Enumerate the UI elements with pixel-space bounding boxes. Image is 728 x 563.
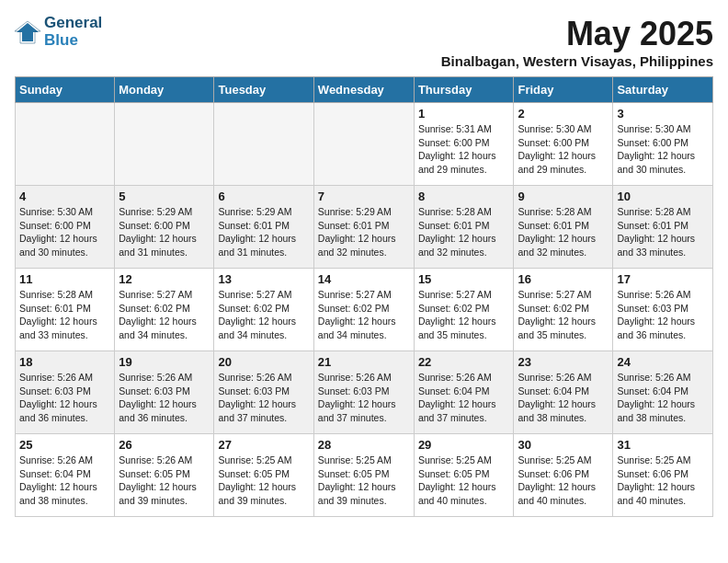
day-number: 25: [19, 438, 110, 452]
col-header-monday: Monday: [115, 77, 214, 103]
logo: General Blue: [15, 15, 102, 49]
day-cell: 27Sunrise: 5:25 AM Sunset: 6:05 PM Dayli…: [214, 434, 313, 517]
day-number: 20: [218, 355, 309, 369]
day-number: 1: [418, 107, 510, 121]
day-info: Sunrise: 5:26 AM Sunset: 6:03 PM Dayligh…: [617, 288, 709, 342]
day-info: Sunrise: 5:26 AM Sunset: 6:04 PM Dayligh…: [617, 371, 709, 425]
day-number: 24: [617, 355, 709, 369]
calendar-table: SundayMondayTuesdayWednesdayThursdayFrid…: [15, 76, 713, 517]
logo-icon: [15, 19, 40, 45]
day-number: 2: [518, 107, 609, 121]
day-info: Sunrise: 5:30 AM Sunset: 6:00 PM Dayligh…: [19, 205, 110, 259]
day-number: 12: [119, 272, 210, 286]
svg-marker-0: [17, 23, 39, 41]
week-row-3: 11Sunrise: 5:28 AM Sunset: 6:01 PM Dayli…: [16, 269, 713, 351]
day-info: Sunrise: 5:28 AM Sunset: 6:01 PM Dayligh…: [418, 205, 510, 259]
day-number: 31: [617, 438, 709, 452]
day-info: Sunrise: 5:29 AM Sunset: 6:01 PM Dayligh…: [318, 205, 410, 259]
col-header-tuesday: Tuesday: [214, 77, 313, 103]
col-header-sunday: Sunday: [16, 77, 115, 103]
day-cell: 24Sunrise: 5:26 AM Sunset: 6:04 PM Dayli…: [613, 351, 713, 434]
day-number: 14: [318, 272, 410, 286]
day-info: Sunrise: 5:26 AM Sunset: 6:04 PM Dayligh…: [19, 454, 110, 508]
day-info: Sunrise: 5:26 AM Sunset: 6:03 PM Dayligh…: [318, 371, 410, 425]
day-cell: 3Sunrise: 5:30 AM Sunset: 6:00 PM Daylig…: [613, 103, 713, 186]
day-info: Sunrise: 5:28 AM Sunset: 6:01 PM Dayligh…: [19, 288, 110, 342]
day-info: Sunrise: 5:25 AM Sunset: 6:05 PM Dayligh…: [418, 454, 510, 508]
day-cell: 20Sunrise: 5:26 AM Sunset: 6:03 PM Dayli…: [214, 351, 313, 434]
week-row-4: 18Sunrise: 5:26 AM Sunset: 6:03 PM Dayli…: [16, 351, 713, 434]
day-cell: 29Sunrise: 5:25 AM Sunset: 6:05 PM Dayli…: [414, 434, 514, 517]
day-info: Sunrise: 5:25 AM Sunset: 6:06 PM Dayligh…: [617, 454, 709, 508]
day-info: Sunrise: 5:28 AM Sunset: 6:01 PM Dayligh…: [617, 205, 709, 259]
day-info: Sunrise: 5:28 AM Sunset: 6:01 PM Dayligh…: [518, 205, 609, 259]
day-number: 3: [617, 107, 709, 121]
day-info: Sunrise: 5:27 AM Sunset: 6:02 PM Dayligh…: [218, 288, 309, 342]
day-info: Sunrise: 5:26 AM Sunset: 6:03 PM Dayligh…: [119, 371, 210, 425]
day-info: Sunrise: 5:30 AM Sunset: 6:00 PM Dayligh…: [617, 122, 709, 177]
day-cell: 26Sunrise: 5:26 AM Sunset: 6:05 PM Dayli…: [115, 434, 214, 517]
day-cell: 31Sunrise: 5:25 AM Sunset: 6:06 PM Dayli…: [613, 434, 713, 517]
month-year: May 2025: [441, 15, 713, 53]
day-cell: 13Sunrise: 5:27 AM Sunset: 6:02 PM Dayli…: [214, 269, 313, 351]
day-cell: 22Sunrise: 5:26 AM Sunset: 6:04 PM Dayli…: [414, 351, 514, 434]
day-info: Sunrise: 5:26 AM Sunset: 6:03 PM Dayligh…: [19, 371, 110, 425]
col-header-friday: Friday: [514, 77, 613, 103]
day-cell: 18Sunrise: 5:26 AM Sunset: 6:03 PM Dayli…: [16, 351, 115, 434]
day-number: 17: [617, 272, 709, 286]
day-cell: 11Sunrise: 5:28 AM Sunset: 6:01 PM Dayli…: [16, 269, 115, 351]
week-row-1: 1Sunrise: 5:31 AM Sunset: 6:00 PM Daylig…: [16, 103, 713, 186]
day-number: 18: [19, 355, 110, 369]
day-cell: 6Sunrise: 5:29 AM Sunset: 6:01 PM Daylig…: [214, 186, 313, 269]
day-info: Sunrise: 5:26 AM Sunset: 6:03 PM Dayligh…: [218, 371, 309, 425]
day-number: 26: [119, 438, 210, 452]
day-info: Sunrise: 5:26 AM Sunset: 6:04 PM Dayligh…: [518, 371, 609, 425]
day-info: Sunrise: 5:27 AM Sunset: 6:02 PM Dayligh…: [119, 288, 210, 342]
col-header-thursday: Thursday: [414, 77, 514, 103]
day-number: 7: [318, 190, 410, 203]
page-header: General Blue May 2025 Binalbagan, Wester…: [15, 15, 713, 69]
day-info: Sunrise: 5:27 AM Sunset: 6:02 PM Dayligh…: [318, 288, 410, 342]
calendar-header-row: SundayMondayTuesdayWednesdayThursdayFrid…: [16, 77, 713, 103]
day-cell: [115, 103, 214, 186]
day-number: 27: [218, 438, 309, 452]
day-number: 19: [119, 355, 210, 369]
day-number: 21: [318, 355, 410, 369]
day-cell: 17Sunrise: 5:26 AM Sunset: 6:03 PM Dayli…: [613, 269, 713, 351]
logo-text: General Blue: [44, 15, 102, 49]
title-block: May 2025 Binalbagan, Western Visayas, Ph…: [441, 15, 713, 69]
day-cell: 16Sunrise: 5:27 AM Sunset: 6:02 PM Dayli…: [514, 269, 613, 351]
day-cell: 5Sunrise: 5:29 AM Sunset: 6:00 PM Daylig…: [115, 186, 214, 269]
day-info: Sunrise: 5:31 AM Sunset: 6:00 PM Dayligh…: [418, 122, 510, 177]
day-cell: 12Sunrise: 5:27 AM Sunset: 6:02 PM Dayli…: [115, 269, 214, 351]
day-cell: 30Sunrise: 5:25 AM Sunset: 6:06 PM Dayli…: [514, 434, 613, 517]
day-number: 29: [418, 438, 510, 452]
day-number: 13: [218, 272, 309, 286]
day-cell: 28Sunrise: 5:25 AM Sunset: 6:05 PM Dayli…: [313, 434, 414, 517]
day-cell: [16, 103, 115, 186]
day-number: 15: [418, 272, 510, 286]
day-number: 9: [518, 190, 609, 203]
day-info: Sunrise: 5:25 AM Sunset: 6:05 PM Dayligh…: [218, 454, 309, 508]
day-info: Sunrise: 5:30 AM Sunset: 6:00 PM Dayligh…: [518, 122, 609, 177]
col-header-wednesday: Wednesday: [313, 77, 414, 103]
day-cell: 21Sunrise: 5:26 AM Sunset: 6:03 PM Dayli…: [313, 351, 414, 434]
day-cell: 7Sunrise: 5:29 AM Sunset: 6:01 PM Daylig…: [313, 186, 414, 269]
week-row-2: 4Sunrise: 5:30 AM Sunset: 6:00 PM Daylig…: [16, 186, 713, 269]
day-cell: [214, 103, 313, 186]
week-row-5: 25Sunrise: 5:26 AM Sunset: 6:04 PM Dayli…: [16, 434, 713, 517]
day-number: 4: [19, 190, 110, 203]
day-info: Sunrise: 5:26 AM Sunset: 6:04 PM Dayligh…: [418, 371, 510, 425]
day-info: Sunrise: 5:29 AM Sunset: 6:00 PM Dayligh…: [119, 205, 210, 259]
day-number: 10: [617, 190, 709, 203]
day-number: 16: [518, 272, 609, 286]
day-cell: 4Sunrise: 5:30 AM Sunset: 6:00 PM Daylig…: [16, 186, 115, 269]
day-number: 5: [119, 190, 210, 203]
day-cell: 10Sunrise: 5:28 AM Sunset: 6:01 PM Dayli…: [613, 186, 713, 269]
day-cell: 14Sunrise: 5:27 AM Sunset: 6:02 PM Dayli…: [313, 269, 414, 351]
day-info: Sunrise: 5:27 AM Sunset: 6:02 PM Dayligh…: [518, 288, 609, 342]
day-cell: 2Sunrise: 5:30 AM Sunset: 6:00 PM Daylig…: [514, 103, 613, 186]
day-info: Sunrise: 5:25 AM Sunset: 6:05 PM Dayligh…: [318, 454, 410, 508]
day-cell: 25Sunrise: 5:26 AM Sunset: 6:04 PM Dayli…: [16, 434, 115, 517]
day-number: 22: [418, 355, 510, 369]
